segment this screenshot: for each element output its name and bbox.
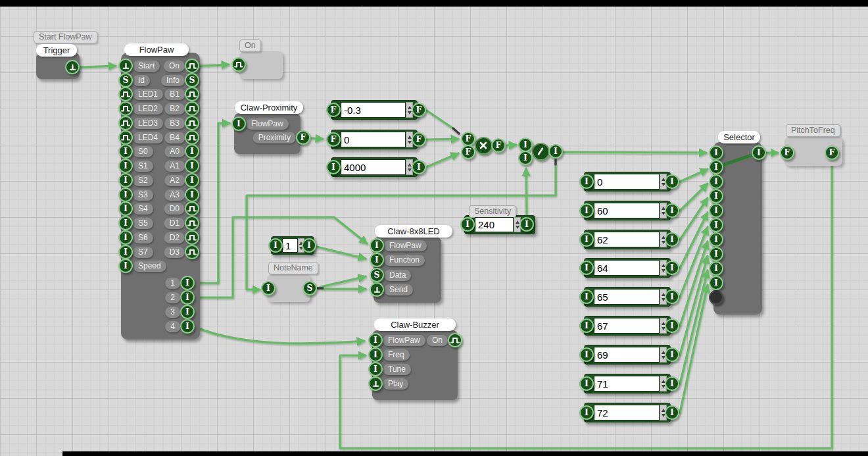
port-note-60-out[interactable]: I [665, 203, 679, 218]
port-claw-8x8led-Send[interactable] [370, 282, 384, 297]
port-flowpaw-D3[interactable] [185, 245, 199, 259]
port-num-0-in[interactable]: F [326, 132, 341, 147]
port-flowpaw-LED4[interactable] [118, 130, 133, 145]
port-num-neg03-out[interactable]: F [412, 103, 426, 117]
port-note-60-in[interactable]: I [579, 203, 594, 218]
port-selector-in9[interactable]: I [709, 261, 723, 276]
port-flowpaw-D0[interactable] [185, 201, 199, 216]
port-note-62-in[interactable]: I [579, 232, 594, 247]
port-divide-b[interactable]: I [518, 151, 533, 165]
node-canvas[interactable]: Start FlowPawTriggerFlowPawClawsStartSId… [0, 0, 868, 456]
port-flowpaw-S0[interactable]: I [118, 144, 133, 159]
port-flowpaw-Info[interactable]: S [185, 73, 199, 88]
port-claw-8x8led-FlowPaw[interactable]: I [370, 238, 384, 253]
port-notename-out[interactable]: S [302, 281, 317, 295]
port-claw-buzzer-FlowPaw[interactable]: I [368, 333, 383, 347]
port-flowpaw-LED1[interactable] [118, 87, 133, 101]
port-note-72-out[interactable]: I [665, 405, 679, 420]
port-flowpaw-B4[interactable] [185, 130, 199, 145]
port-note-67-out[interactable]: I [665, 318, 679, 333]
port-multiply-b[interactable]: F [461, 145, 475, 159]
port-selector-in10[interactable]: I [709, 276, 723, 290]
port-selector-in8[interactable]: I [709, 247, 723, 261]
port-multiply-out[interactable]: F [491, 138, 506, 153]
port-selector-in7[interactable]: I [709, 232, 723, 247]
port-note-69-out[interactable]: I [665, 347, 679, 362]
port-flowpaw-Claw4[interactable]: I [180, 319, 195, 334]
port-note-c-out[interactable]: I [665, 174, 679, 189]
port-note-65-in[interactable]: I [579, 290, 594, 304]
port-on-indicator-in[interactable] [231, 57, 246, 72]
port-flowpaw-Start[interactable] [118, 59, 133, 73]
port-flowpaw-Claw3[interactable]: I [180, 305, 195, 319]
port-flowpaw-On[interactable] [185, 59, 199, 73]
port-flowpaw-A2[interactable]: I [185, 173, 199, 188]
port-flowpaw-S1[interactable]: I [118, 159, 133, 173]
port-claw-8x8led-Function[interactable]: I [370, 253, 384, 267]
port-selector-in4[interactable]: I [709, 189, 723, 203]
op-circle-divide[interactable] [532, 143, 550, 161]
port-flowpaw-Id[interactable]: S [118, 73, 133, 88]
port-flowpaw-S4[interactable]: I [118, 201, 133, 216]
port-flowpaw-S3[interactable]: I [118, 188, 133, 202]
port-note-65-out[interactable]: I [665, 290, 679, 304]
port-note-67-in[interactable]: I [579, 318, 594, 333]
port-note-72-in[interactable]: I [579, 405, 594, 420]
port-flowpaw-Claw2[interactable]: I [180, 290, 195, 305]
port-note-c-in[interactable]: I [579, 174, 594, 189]
port-flowpaw-B3[interactable] [185, 116, 199, 130]
port-flowpaw-B2[interactable] [185, 101, 199, 116]
port-num-0-out[interactable]: F [412, 132, 426, 147]
port-num-4000-out[interactable]: I [412, 160, 426, 174]
port-divide-out[interactable]: I [548, 144, 563, 159]
port-flowpaw-S6[interactable]: I [118, 230, 133, 245]
port-flowpaw-S7[interactable]: I [118, 245, 133, 259]
port-flowpaw-D1[interactable] [185, 216, 199, 230]
port-num-neg03-in[interactable]: F [326, 103, 341, 117]
port-num-1-in[interactable]: I [268, 238, 283, 253]
port-note-71-in[interactable]: I [579, 376, 594, 391]
port-selector-unused[interactable] [709, 290, 723, 305]
port-notename-in[interactable]: I [261, 281, 276, 295]
port-selector-in5[interactable]: I [709, 203, 723, 218]
port-claw-buzzer-Tune[interactable]: I [368, 362, 383, 376]
port-num-4000-in[interactable]: I [326, 160, 341, 174]
port-pitchtofreq-in[interactable]: F [780, 145, 794, 160]
port-sensitivity-out[interactable]: I [519, 217, 534, 232]
port-selector-in3[interactable]: I [709, 174, 723, 189]
port-sensitivity-in[interactable]: I [460, 217, 475, 232]
port-divide-a[interactable]: I [518, 138, 533, 152]
port-multiply-a[interactable]: F [461, 132, 475, 146]
port-selector-in1[interactable]: I [709, 145, 723, 160]
port-note-69-in[interactable]: I [579, 347, 594, 362]
port-claw-8x8led-Data[interactable]: S [370, 268, 384, 282]
port-claw-proximity-FlowPaw[interactable]: I [231, 116, 246, 131]
port-flowpaw-A1[interactable]: I [185, 159, 199, 173]
port-pitchtofreq-out[interactable]: F [825, 145, 839, 160]
port-flowpaw-S2[interactable]: I [118, 173, 133, 188]
port-flowpaw-LED3[interactable] [118, 116, 133, 130]
port-selector-in2[interactable]: I [709, 160, 723, 174]
port-claw-proximity-Proximity[interactable]: F [296, 130, 310, 145]
port-flowpaw-A3[interactable]: I [185, 188, 199, 202]
port-note-62-out[interactable]: I [665, 232, 679, 247]
port-flowpaw-Speed[interactable]: I [118, 259, 133, 273]
port-num-1-out[interactable]: I [302, 238, 316, 253]
port-claw-buzzer-On[interactable] [448, 333, 462, 347]
port-claw-buzzer-Freq[interactable]: I [368, 347, 383, 362]
port-flowpaw-S5[interactable]: I [118, 216, 133, 230]
port-note-64-in[interactable]: I [579, 261, 594, 275]
port-flowpaw-LED2[interactable] [118, 101, 133, 116]
op-circle-multiply[interactable] [475, 137, 493, 155]
port-flowpaw-D2[interactable] [185, 230, 199, 245]
port-note-64-out[interactable]: I [665, 261, 679, 275]
port-flowpaw-A0[interactable]: I [185, 144, 199, 159]
port-selector-out[interactable]: I [752, 145, 766, 160]
port-claw-buzzer-Play[interactable] [368, 376, 383, 391]
port-note-71-out[interactable]: I [665, 376, 679, 391]
comment-label-pitchtofreq[interactable]: PitchToFreq [786, 124, 840, 137]
port-flowpaw-Claw1[interactable]: I [180, 276, 195, 290]
port-flowpaw-B1[interactable] [185, 87, 199, 101]
port-trigger-out[interactable] [65, 60, 80, 74]
port-selector-in6[interactable]: I [709, 218, 723, 232]
